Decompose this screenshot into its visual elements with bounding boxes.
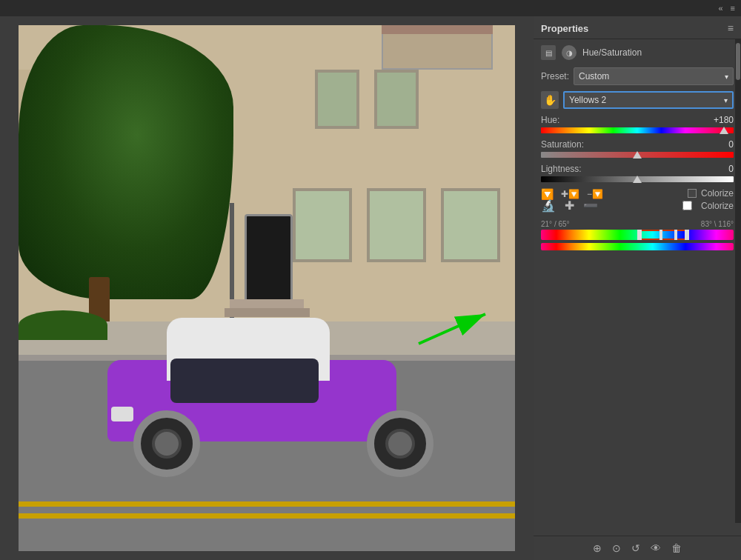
preset-row: Preset: Custom ▾ — [541, 67, 734, 85]
lightness-section: Lightness: 0 — [541, 164, 734, 182]
hue-track[interactable] — [541, 127, 734, 133]
building-door — [245, 214, 293, 307]
main-content: Properties ≡ ▤ ◑ Hue/Saturation Preset: … — [0, 16, 741, 560]
colorize-check[interactable] — [682, 201, 692, 210]
window-mid-2 — [367, 188, 426, 262]
hue-value: +180 — [708, 115, 734, 125]
colorize-row: Colorize — [688, 188, 734, 199]
car-windshield — [170, 359, 319, 403]
spectrum-bar-bottom[interactable] — [541, 243, 734, 250]
bush — [19, 310, 107, 340]
link-mask-button[interactable]: ⊙ — [612, 542, 621, 554]
menu-icon[interactable]: ≡ — [731, 4, 735, 13]
saturation-section: Saturation: 0 — [541, 139, 734, 158]
window-right-1 — [315, 70, 359, 129]
lightness-label: Lightness: — [541, 164, 582, 174]
layer-type-row: ▤ ◑ Hue/Saturation — [541, 45, 734, 60]
range-handle-mid-left[interactable] — [659, 230, 662, 240]
window-mid-3 — [441, 188, 500, 262]
entry-step-2 — [225, 308, 310, 317]
hue-label: Hue: — [541, 115, 559, 125]
scrollbar-thumb[interactable] — [736, 43, 740, 80]
car-wheel-right — [367, 410, 433, 477]
road-line-2 — [19, 513, 515, 519]
car-headlight — [111, 407, 133, 421]
delete-button[interactable]: 🗑 — [671, 542, 682, 554]
range-handle-right[interactable] — [685, 230, 689, 240]
panel-header: Properties ≡ — [534, 16, 741, 39]
photo-canvas — [19, 25, 515, 551]
range-handle-left[interactable] — [637, 230, 642, 240]
reset-button[interactable]: ↺ — [631, 542, 640, 554]
hue-thumb[interactable] — [720, 127, 728, 134]
eyedropper-tool[interactable]: 🔬 — [541, 199, 556, 213]
window-mid-1 — [293, 188, 352, 262]
add-mask-button[interactable]: ⊕ — [593, 542, 602, 554]
hue-section: Hue: +180 — [541, 115, 734, 133]
preset-label: Preset: — [541, 71, 569, 81]
properties-panel: Properties ≡ ▤ ◑ Hue/Saturation Preset: … — [534, 16, 741, 560]
bottom-toolbar: ⊕ ⊙ ↺ 👁 🗑 — [534, 536, 741, 560]
color-range-bar — [541, 230, 734, 240]
lightness-value: 0 — [708, 164, 734, 174]
panel-scrollbar — [735, 39, 741, 523]
balcony — [382, 33, 493, 70]
window-right-2 — [374, 70, 419, 129]
range-numbers: 21° / 65° 83° \ 116° — [541, 220, 734, 228]
preset-chevron-icon: ▾ — [725, 73, 728, 81]
collapse-icon[interactable]: « — [718, 4, 722, 13]
panel-menu-icon[interactable]: ≡ — [728, 22, 734, 34]
properties-content: ▤ ◑ Hue/Saturation Preset: Custom ▾ ✋ — [534, 39, 741, 536]
saturation-thumb[interactable] — [633, 151, 642, 159]
range-handle-mid-right[interactable] — [674, 230, 677, 240]
saturation-label: Saturation: — [541, 139, 584, 150]
channel-chevron-icon: ▾ — [724, 96, 728, 104]
layer-name: Hue/Saturation — [582, 47, 642, 58]
lightness-thumb[interactable] — [633, 176, 642, 183]
hand-tool-icon[interactable]: ✋ — [541, 91, 559, 109]
colorize-text: Colorize — [701, 201, 734, 211]
range-right-value: 83° \ 116° — [701, 220, 734, 228]
balcony-rail — [382, 25, 493, 34]
add-eyedropper-icon[interactable]: ✚🔽 — [561, 189, 579, 199]
top-bar: « ≡ — [0, 0, 741, 16]
adjustment-circle-icon: ◑ — [562, 45, 576, 60]
colorize-checkbox[interactable] — [688, 189, 697, 198]
preset-value: Custom — [579, 71, 609, 81]
saturation-value: 0 — [708, 139, 734, 150]
sub-eyedropper-icon[interactable]: −🔽 — [587, 189, 603, 199]
visibility-button[interactable]: 👁 — [651, 542, 661, 554]
subtract-from-sample-tool[interactable]: ➖ — [583, 199, 598, 213]
road-line-1 — [19, 501, 515, 507]
channel-row: ✋ Yellows 2 ▾ — [541, 91, 734, 109]
tree-foliage — [19, 25, 233, 299]
channel-select[interactable]: Yellows 2 ▾ — [563, 91, 734, 109]
range-left-value: 21° / 65° — [541, 220, 570, 228]
range-selection-box[interactable] — [637, 230, 689, 240]
car-wheel-left — [133, 410, 200, 477]
canvas-area — [0, 16, 534, 560]
adjustment-layer-icon: ▤ — [541, 45, 556, 60]
colorize-label: Colorize — [701, 188, 734, 199]
preset-select[interactable]: Custom ▾ — [574, 67, 734, 85]
panel-title: Properties — [541, 23, 588, 34]
add-to-sample-tool[interactable]: ✚ — [565, 199, 574, 213]
channel-value: Yellows 2 — [569, 95, 606, 105]
